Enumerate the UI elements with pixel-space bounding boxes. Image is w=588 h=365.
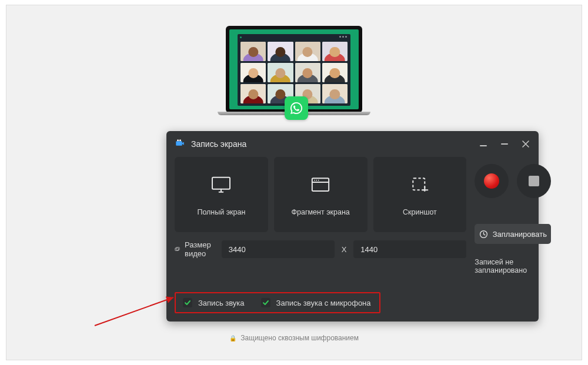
mode-grid: Полный экран Фрагмент экрана Скриншот (175, 157, 466, 232)
crop-icon (408, 173, 432, 199)
size-row: Размер видео X (175, 240, 466, 258)
mode-screenshot[interactable]: Скриншот (373, 157, 467, 232)
lock-icon: 🔒 (229, 335, 236, 341)
stop-button[interactable] (517, 164, 551, 198)
checkbox-system-audio[interactable]: Запись звука (183, 298, 245, 307)
mode-label: Полный экран (197, 208, 245, 216)
mode-label: Скриншот (403, 208, 437, 216)
size-icon (175, 245, 180, 254)
schedule-label: Запланировать (493, 230, 547, 239)
app-icon (175, 138, 185, 150)
svg-rect-9 (413, 178, 425, 190)
svg-point-8 (318, 179, 319, 180)
whatsapp-icon (285, 96, 308, 120)
footer-text: Защищено сквозным шифрованием (240, 334, 359, 342)
svg-rect-11 (176, 247, 180, 250)
audio-options-highlight: Запись звука Запись звука с микрофона (175, 292, 380, 313)
svg-rect-10 (175, 247, 179, 250)
size-label: Размер видео (175, 240, 215, 258)
checkbox-mic-audio[interactable]: Запись звука с микрофона (261, 298, 371, 307)
titlebar: Запись экрана (166, 131, 539, 157)
window-icon (309, 173, 332, 199)
svg-point-6 (314, 179, 315, 180)
mode-label: Фрагмент экрана (292, 208, 350, 216)
schedule-note: Записей не запланировано (475, 258, 551, 274)
minimize-button[interactable] (479, 139, 488, 149)
schedule-button[interactable]: Запланировать (475, 224, 551, 244)
check-icon (261, 298, 270, 307)
mode-fullscreen[interactable]: Полный экран (175, 157, 268, 232)
svg-rect-3 (212, 177, 230, 189)
height-input[interactable] (353, 240, 466, 258)
svg-point-2 (179, 139, 181, 141)
checkbox-label: Запись звука с микрофона (276, 299, 371, 307)
screen-recorder-window: Запись экрана Полный экран (166, 131, 539, 322)
record-button[interactable] (475, 164, 509, 198)
record-icon (484, 173, 499, 189)
mode-fragment[interactable]: Фрагмент экрана (274, 157, 368, 232)
maximize-button[interactable] (500, 139, 509, 149)
clock-icon (479, 230, 488, 239)
svg-point-7 (316, 179, 318, 180)
check-icon (183, 298, 192, 307)
width-input[interactable] (222, 240, 335, 258)
footer: 🔒 Защищено сквозным шифрованием (0, 334, 588, 342)
size-separator: X (342, 245, 347, 254)
svg-point-1 (177, 139, 179, 141)
close-button[interactable] (521, 139, 530, 149)
monitor-icon (209, 173, 233, 199)
stop-icon (529, 176, 539, 186)
window-title: Запись экрана (191, 139, 246, 149)
svg-rect-0 (176, 141, 182, 146)
checkbox-label: Запись звука (198, 299, 245, 307)
